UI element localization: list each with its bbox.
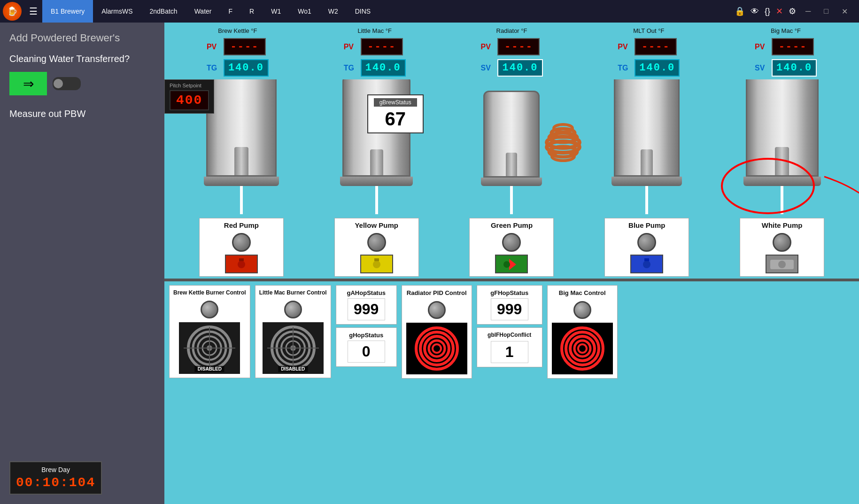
tab-b1brewery[interactable]: B1 Brewery — [42, 0, 93, 23]
main-content: Add Powdered Brewer's Cleaning Water Tra… — [0, 23, 859, 504]
measure-label: Measure out PBW — [9, 109, 155, 119]
tank-bm-body — [746, 79, 819, 177]
inst-lm-pv-display[interactable]: ---- — [361, 38, 403, 55]
tank-rad-base — [481, 178, 542, 186]
inst-bm-sv-display[interactable]: 140.0 — [772, 59, 817, 77]
inst-lm-pv-tag: PV — [344, 43, 357, 51]
big-mac-display — [552, 323, 613, 374]
rad-pid-knob[interactable] — [428, 301, 446, 319]
menu-button[interactable]: ☰ — [24, 6, 42, 17]
inst-rad-readings: PV ---- SV 140.0 — [480, 37, 542, 78]
tab-r[interactable]: R — [241, 0, 263, 23]
brew-day-timer: 00:10:104 — [16, 475, 95, 490]
tab-2ndbatch[interactable]: 2ndBatch — [141, 0, 186, 23]
inst-bk-pv-row: PV ---- — [207, 38, 269, 55]
inst-rad-sv-display[interactable]: 140.0 — [497, 59, 542, 77]
inst-rad-pv-row: PV ---- — [480, 38, 542, 55]
inst-lm-tg-display[interactable]: 140.0 — [361, 59, 406, 77]
inst-rad-pv-display[interactable]: ---- — [497, 38, 540, 55]
tab-wo1[interactable]: Wo1 — [289, 0, 320, 23]
lm-burner-knob[interactable] — [284, 301, 302, 318]
inst-big-mac: Big Mac °F PV ---- SV 140.0 — [717, 25, 854, 79]
inst-brew-kettle-readings: PV ---- TG 140.0 — [207, 37, 269, 78]
pump-red-knob[interactable] — [232, 233, 251, 252]
svg-point-15 — [503, 261, 510, 268]
svg-point-44 — [574, 341, 590, 357]
svg-point-41 — [562, 328, 603, 369]
tab-w1[interactable]: W1 — [263, 0, 289, 23]
pump-yellow-label: Yellow Pump — [355, 221, 398, 229]
gear-icon[interactable]: ⚙ — [789, 6, 796, 16]
big-mac-knob[interactable] — [573, 301, 591, 319]
pump-blue-label: Blue Pump — [628, 221, 665, 229]
pump-box-yellow: Yellow Pump — [334, 218, 419, 277]
arrow-button[interactable]: ⇒ — [9, 72, 47, 95]
hop-g-value: 0 — [348, 341, 385, 363]
bk-burner-display: DISABLED — [179, 322, 240, 374]
hop-a-label: gAHopStatus — [347, 289, 386, 296]
sidebar: Add Powdered Brewer's Cleaning Water Tra… — [0, 23, 164, 504]
pump-white-knob[interactable] — [773, 233, 791, 252]
lm-burner-title: Little Mac Burner Control — [259, 289, 327, 297]
toggle-switch[interactable] — [53, 77, 81, 90]
maximize-button[interactable]: □ — [820, 7, 832, 16]
tanks-row: Red Pump gBrewStatus — [164, 79, 859, 277]
inst-lm-tg-row: TG 140.0 — [344, 59, 406, 77]
inst-bk-pv-display[interactable]: ---- — [224, 38, 266, 55]
control-box-rad-pid: Radiator PID Control — [402, 285, 472, 379]
inst-mlt-pv-display[interactable]: ---- — [635, 38, 677, 55]
tab-dins[interactable]: DINS — [347, 0, 379, 23]
tab-water[interactable]: Water — [186, 0, 220, 23]
hop-status-group: gAHopStatus 999 gHopStatus 0 — [336, 285, 397, 367]
pipe-bm-vertical — [781, 186, 783, 214]
inst-bk-tg-display[interactable]: 140.0 — [224, 59, 269, 77]
tab-alarmsws[interactable]: AlarmsWS — [93, 0, 141, 23]
bk-burner-disabled-label: DISABLED — [195, 366, 224, 372]
bk-burner-knob[interactable] — [201, 301, 218, 318]
pump-white-label: White Pump — [762, 221, 803, 229]
control-box-lm-burner: Little Mac Burner Control DISABLED — [255, 285, 331, 378]
lock-icon[interactable]: 🔒 — [735, 6, 745, 16]
inst-brew-kettle-label: Brew Kettle °F — [218, 27, 257, 34]
inst-mlt-tg-display[interactable]: 140.0 — [635, 59, 680, 77]
inst-bm-pv-display[interactable]: ---- — [772, 38, 814, 55]
close-icon[interactable]: ✕ — [776, 6, 783, 16]
inst-lm-tg-tag: TG — [344, 64, 357, 72]
brew-status-box: gBrewStatus 67 — [367, 94, 424, 133]
pump-white-icon — [766, 255, 798, 273]
inst-bm-label: Big Mac °F — [771, 27, 801, 34]
svg-point-36 — [416, 328, 457, 369]
inst-lm-readings: PV ---- TG 140.0 — [344, 37, 406, 78]
inst-bm-sv-row: SV 140.0 — [755, 59, 817, 77]
pitch-setpoint-value[interactable]: 400 — [170, 90, 209, 110]
control-box-bk-burner: Brew Kettle Burner Control — [169, 285, 250, 378]
tank-lm-outlet — [370, 149, 383, 175]
bk-burner-title: Brew Kettle Burner Control — [173, 289, 246, 297]
minimize-button[interactable]: ─ — [802, 7, 814, 16]
pipe-bk-vertical — [240, 186, 243, 214]
inst-bm-pv-row: PV ---- — [755, 38, 817, 55]
svg-point-45 — [578, 344, 587, 353]
inst-rad-label: Radiator °F — [496, 27, 527, 34]
pump-green-knob[interactable] — [502, 233, 521, 252]
inst-bm-sv-tag: SV — [755, 64, 768, 72]
inst-rad-pv-tag: PV — [480, 43, 494, 51]
fhop-status-box: gFHopStatus 999 — [477, 285, 542, 325]
rad-pid-display — [406, 323, 467, 374]
hop-a-status-box: gAHopStatus 999 — [336, 285, 397, 325]
inst-mlt-readings: PV ---- TG 140.0 — [618, 37, 680, 78]
sidebar-controls: ⇒ — [9, 72, 155, 95]
tank-bm-outlet — [775, 147, 789, 175]
eye-icon[interactable]: 👁 — [751, 7, 759, 16]
pump-yellow-knob[interactable] — [367, 233, 386, 252]
pump-blue-knob[interactable] — [637, 233, 656, 252]
pitch-setpoint-label: Pitch Setpoint — [170, 83, 209, 88]
tab-f[interactable]: F — [220, 0, 241, 23]
winclose-button[interactable]: ✕ — [838, 7, 851, 16]
inst-mlt-tg-row: TG 140.0 — [618, 59, 680, 77]
svg-point-40 — [433, 344, 441, 353]
code-icon[interactable]: {} — [765, 7, 770, 16]
pump-green-label: Green Pump — [491, 221, 533, 229]
inst-bk-pv-tag: PV — [207, 43, 220, 51]
tab-w2[interactable]: W2 — [320, 0, 347, 23]
